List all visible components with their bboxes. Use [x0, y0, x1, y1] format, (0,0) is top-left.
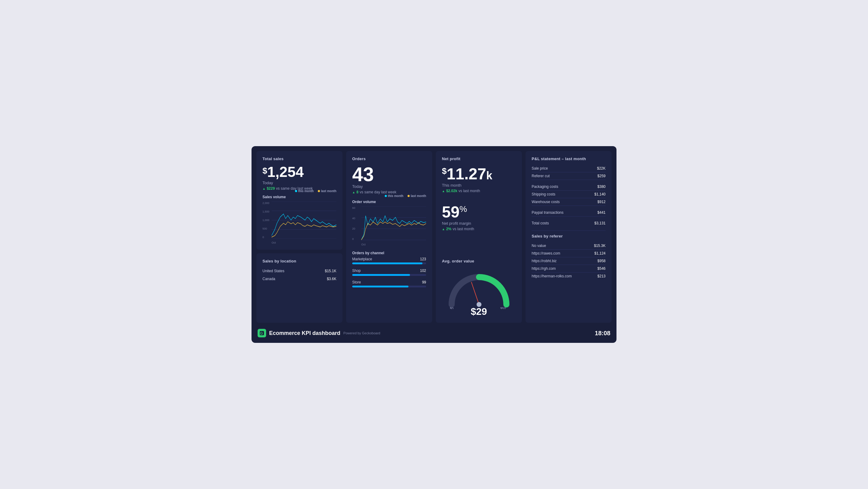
referer-value: $1,124 [594, 251, 606, 256]
referer-label: https://rawes.com [532, 251, 560, 256]
pl-label: Shipping costs [532, 192, 555, 196]
margin-label: Net profit margin [442, 221, 516, 226]
orders-title: Orders [352, 156, 426, 161]
location-title: Sales by location [262, 259, 336, 263]
up-arrow-icon: ▲ [442, 227, 445, 231]
channel-title: Orders by channel [352, 251, 426, 255]
referer-label: https://herman-rolks.com [532, 274, 572, 278]
channel-name: Store [352, 280, 361, 284]
pl-row-packaging: Packaging costs $380 [532, 183, 606, 191]
svg-text:$0: $0 [450, 307, 454, 309]
referer-row-rawes: https://rawes.com $1,124 [532, 250, 606, 257]
sales-volume-chart: 2,0001,5001,0005000 Oct [262, 202, 336, 244]
total-sales-card: Total sales $1,254 Today ▲ $229 vs same … [256, 151, 342, 250]
channel-shop: Shop 102 [352, 268, 426, 276]
legend-last-month: last month [318, 190, 336, 193]
channel-count: 123 [420, 257, 426, 261]
pl-total-row: Total costs $3,131 [532, 220, 606, 227]
up-arrow-icon: ▲ [442, 190, 445, 193]
location-label: United States [262, 269, 284, 273]
location-value: $15.1K [325, 269, 336, 273]
total-sales-title: Total sales [262, 156, 336, 161]
pl-value: $441 [597, 210, 606, 215]
x-axis-label: Oct [361, 243, 366, 246]
referer-value: $213 [597, 274, 606, 278]
dashboard: Total sales $1,254 Today ▲ $229 vs same … [251, 146, 617, 343]
dashboard-title: Ecommerce KPI dashboard [269, 330, 340, 337]
pl-label: Paypal transactions [532, 210, 564, 215]
pl-label: Sale price [532, 166, 548, 171]
referer-title: Sales by referer [532, 234, 606, 238]
margin-change: ▲ 2% vs last month [442, 227, 516, 231]
net-profit-value: $11.27k [442, 165, 516, 183]
net-profit-change: ▲ $2.02k vs last month [442, 189, 516, 193]
sales-chart-area [272, 202, 336, 239]
orders-card: Orders 43 Today ▲ 8 vs same day last wee… [346, 151, 432, 323]
geckoboard-logo: G [257, 329, 266, 337]
y-axis-labels: 6040200 [352, 206, 355, 246]
pl-label: Packaging costs [532, 184, 558, 189]
referer-label: No value [532, 243, 546, 248]
pl-value: $912 [597, 200, 606, 204]
pl-total-value: $3,131 [594, 221, 606, 225]
order-volume-legend: this month last month [385, 194, 426, 198]
pl-title: P&L statement – last month [532, 156, 606, 161]
referer-value: $958 [597, 259, 606, 263]
total-sales-period: Today [262, 180, 336, 185]
referer-row-no-value: No value $15.3K [532, 242, 606, 250]
referer-label: https://rgh.com [532, 266, 556, 271]
channel-bar [352, 274, 410, 276]
location-ca: Canada $3.6K [262, 275, 336, 283]
pl-row-shipping: Shipping costs $1,140 [532, 191, 606, 198]
pl-row-paypal: Paypal transactions $441 [532, 209, 606, 217]
powered-by: Powered by Geckoboard [343, 331, 380, 335]
channel-count: 102 [420, 268, 426, 273]
avg-order-value: $29 [471, 306, 487, 317]
svg-text:G: G [260, 331, 263, 336]
referer-row-robht: https://robht.biz $958 [532, 257, 606, 265]
y-axis-labels: 2,0001,5001,0005000 [262, 202, 270, 244]
referer-value: $15.3K [594, 243, 606, 248]
channel-bar [352, 286, 408, 287]
location-value: $3.6K [327, 277, 336, 281]
legend-last-month: last month [407, 194, 426, 198]
x-axis-label: Oct [272, 241, 276, 244]
pl-row-warehouse: Warehouse costs $912 [532, 198, 606, 206]
up-arrow-icon: ▲ [352, 191, 355, 194]
sales-volume-title: Sales volume this month last month [262, 195, 336, 199]
channel-store: Store 99 [352, 280, 426, 287]
orders-chart-area [361, 206, 426, 240]
margin-value: 59% [442, 203, 516, 221]
orders-by-channel-section: Orders by channel Marketplace 123 Shop 1… [352, 251, 426, 287]
pl-card: P&L statement – last month Sale price $2… [526, 151, 612, 323]
referer-row-herman: https://herman-rolks.com $213 [532, 272, 606, 280]
pl-label: Referer cut [532, 174, 550, 178]
order-volume-chart: 6040200 Oct [352, 206, 426, 246]
legend-this-month: this month [385, 194, 403, 198]
net-profit-title: Net profit [442, 156, 516, 161]
pl-row-referer-cut: Referer cut $259 [532, 172, 606, 180]
avg-order-title: Avg. order value [442, 259, 516, 263]
svg-line-9 [471, 282, 479, 305]
svg-text:$50: $50 [500, 307, 506, 309]
pl-value: $380 [597, 184, 606, 189]
channel-name: Shop [352, 268, 361, 273]
net-profit-period: This month [442, 183, 516, 188]
channel-bar [352, 262, 423, 264]
pl-total-label: Total costs [532, 221, 549, 225]
location-card: Sales by location United States $15.1K C… [256, 253, 342, 323]
pl-value: $22K [597, 166, 606, 171]
logo-icon: G [259, 330, 265, 336]
referer-label: https://robht.biz [532, 259, 557, 263]
channel-name: Marketplace [352, 257, 372, 261]
footer-left: G Ecommerce KPI dashboard Powered by Gec… [257, 329, 380, 337]
gauge-container: $0 $50 $29 [442, 267, 516, 317]
referer-value: $546 [597, 266, 606, 271]
pl-row-sale-price: Sale price $22K [532, 165, 606, 172]
orders-change: ▲ 8 vs same day last week [352, 190, 426, 194]
location-us: United States $15.1K [262, 267, 336, 275]
gauge-chart: $0 $50 [445, 269, 513, 309]
current-time: 18:08 [595, 330, 611, 337]
up-arrow-icon: ▲ [262, 187, 266, 190]
orders-value: 43 [352, 165, 426, 184]
